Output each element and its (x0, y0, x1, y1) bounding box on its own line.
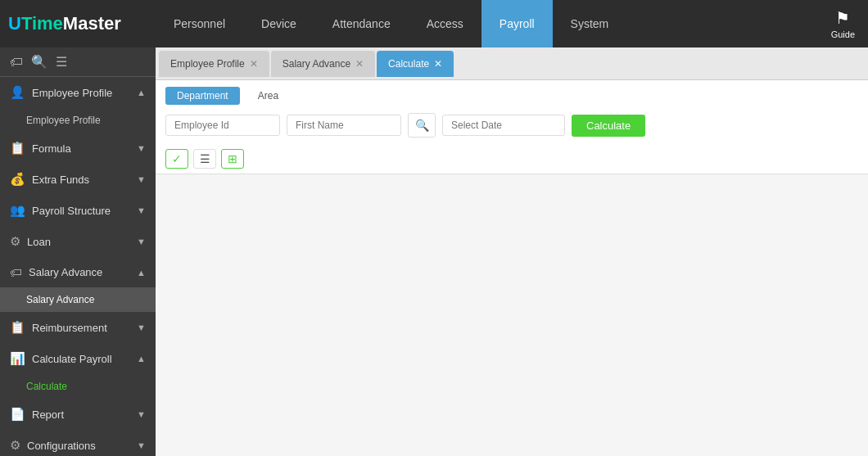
report-icon: 📄 (10, 407, 25, 422)
tag-icon[interactable]: 🏷 (10, 55, 23, 70)
tab-employee-profile-label: Employee Profile (170, 58, 245, 70)
sidebar-label-salary-advance: Salary Advance (29, 266, 102, 278)
configurations-chevron: ▼ (137, 440, 146, 450)
sidebar-header-configurations[interactable]: ⚙ Configurations ▼ (0, 430, 156, 456)
sidebar-label-calculate-payroll: Calculate Payroll (32, 353, 112, 365)
content-area: Employee Profile ✕ Salary Advance ✕ Calc… (156, 47, 868, 456)
nav-device[interactable]: Device (243, 0, 314, 47)
reimbursement-icon: 📋 (10, 320, 25, 335)
sidebar-header-payroll-structure[interactable]: 👥 Payroll Structure ▼ (0, 195, 156, 226)
tab-employee-profile[interactable]: Employee Profile ✕ (159, 51, 269, 77)
sidebar-label-extra-funds: Extra Funds (32, 174, 89, 186)
nav-access[interactable]: Access (409, 0, 481, 47)
sidebar-subitem-calculate[interactable]: Calculate (0, 374, 156, 399)
sidebar-label-employee-profile: Employee Profile (32, 87, 112, 99)
formula-chevron: ▼ (137, 143, 146, 153)
report-chevron: ▼ (137, 409, 146, 419)
date-input[interactable] (442, 115, 565, 136)
formula-icon: 📋 (10, 141, 25, 156)
tab-calculate-close[interactable]: ✕ (434, 59, 442, 69)
nav-attendance[interactable]: Attendance (314, 0, 409, 47)
search-icon: 🔍 (415, 119, 429, 132)
sidebar-top-icons: 🏷 🔍 ☰ (0, 47, 156, 77)
sidebar-section-calculate-payroll: 📊 Calculate Payroll ▲ Calculate (0, 343, 156, 399)
extra-funds-icon: 💰 (10, 172, 25, 187)
tab-calculate[interactable]: Calculate ✕ (377, 51, 454, 77)
sidebar-header-calculate-payroll[interactable]: 📊 Calculate Payroll ▲ (0, 343, 156, 374)
sidebar-header-report[interactable]: 📄 Report ▼ (0, 399, 156, 430)
main-layout: 🏷 🔍 ☰ 👤 Employee Profile ▲ Employee Prof… (0, 47, 868, 456)
calculate-payroll-icon: 📊 (10, 351, 25, 366)
calculate-payroll-chevron: ▲ (137, 354, 146, 363)
salary-advance-chevron: ▲ (137, 268, 146, 278)
search-button[interactable]: 🔍 (408, 113, 436, 138)
top-nav: UTime Master Personnel Device Attendance… (0, 0, 868, 47)
icons-row: ✓ ☰ ⊞ (156, 144, 868, 174)
logo: UTime Master (0, 13, 156, 34)
tree-icon-btn[interactable]: ⊞ (221, 149, 244, 169)
extra-funds-chevron: ▼ (137, 174, 146, 184)
employee-profile-chevron: ▲ (137, 88, 146, 97)
table-area (156, 174, 868, 456)
sidebar-section-reimbursement: 📋 Reimbursement ▼ (0, 312, 156, 343)
loan-chevron: ▼ (137, 237, 146, 246)
list-icon-btn[interactable]: ☰ (193, 149, 216, 169)
reimbursement-chevron: ▼ (137, 323, 146, 332)
sidebar-section-employee-profile: 👤 Employee Profile ▲ Employee Profile (0, 77, 156, 133)
logo-u: U (8, 13, 21, 34)
tab-bar: Employee Profile ✕ Salary Advance ✕ Calc… (156, 47, 868, 80)
payroll-structure-icon: 👥 (10, 203, 25, 218)
sidebar-header-employee-profile[interactable]: 👤 Employee Profile ▲ (0, 77, 156, 108)
loan-icon: ⚙ (10, 234, 20, 249)
sidebar-label-payroll-structure: Payroll Structure (32, 205, 111, 217)
configurations-icon: ⚙ (10, 438, 20, 453)
tab-salary-advance[interactable]: Salary Advance ✕ (271, 51, 375, 77)
sidebar-section-configurations: ⚙ Configurations ▼ (0, 430, 156, 456)
sidebar-label-reimbursement: Reimbursement (32, 322, 107, 334)
filter-area: Department Area 🔍 Calculate (156, 80, 868, 144)
sidebar-header-reimbursement[interactable]: 📋 Reimbursement ▼ (0, 312, 156, 343)
sidebar-header-loan[interactable]: ⚙ Loan ▼ (0, 226, 156, 257)
sidebar-label-report: Report (32, 409, 64, 421)
check-icon-btn[interactable]: ✓ (165, 149, 188, 169)
sidebar-label-formula: Formula (32, 142, 71, 155)
tab-calculate-label: Calculate (388, 58, 429, 70)
nav-payroll[interactable]: Payroll (481, 0, 553, 47)
sidebar-header-salary-advance[interactable]: 🏷 Salary Advance ▲ (0, 257, 156, 287)
sidebar-subitem-employee-profile[interactable]: Employee Profile (0, 108, 156, 133)
logo-time: Time (21, 13, 63, 34)
sidebar-subitem-salary-advance[interactable]: Salary Advance (0, 287, 156, 312)
logo-master: Master (63, 13, 121, 34)
guide-icon: ⚑ (835, 8, 850, 28)
tab-salary-advance-close[interactable]: ✕ (355, 59, 364, 69)
sidebar-section-loan: ⚙ Loan ▼ (0, 226, 156, 257)
search-icon[interactable]: 🔍 (31, 54, 47, 70)
sub-tabs: Department Area (165, 87, 858, 105)
sidebar-section-formula: 📋 Formula ▼ (0, 133, 156, 164)
guide-button[interactable]: ⚑ Guide (818, 8, 868, 39)
sidebar-section-extra-funds: 💰 Extra Funds ▼ (0, 164, 156, 195)
nav-items: Personnel Device Attendance Access Payro… (156, 0, 818, 47)
tab-employee-profile-close[interactable]: ✕ (250, 59, 258, 69)
sidebar-header-extra-funds[interactable]: 💰 Extra Funds ▼ (0, 164, 156, 195)
employee-profile-icon: 👤 (10, 85, 25, 100)
sidebar-section-salary-advance: 🏷 Salary Advance ▲ Salary Advance (0, 257, 156, 312)
sidebar-section-report: 📄 Report ▼ (0, 399, 156, 430)
filter-row: 🔍 Calculate (165, 113, 858, 138)
payroll-structure-chevron: ▼ (137, 205, 146, 215)
employee-id-input[interactable] (165, 115, 280, 136)
sidebar: 🏷 🔍 ☰ 👤 Employee Profile ▲ Employee Prof… (0, 47, 156, 456)
menu-icon[interactable]: ☰ (56, 54, 67, 70)
nav-system[interactable]: System (553, 0, 627, 47)
tab-salary-advance-label: Salary Advance (283, 58, 350, 70)
sidebar-section-payroll-structure: 👥 Payroll Structure ▼ (0, 195, 156, 226)
first-name-input[interactable] (287, 115, 401, 136)
guide-label: Guide (831, 29, 855, 39)
nav-personnel[interactable]: Personnel (156, 0, 243, 47)
sidebar-header-formula[interactable]: 📋 Formula ▼ (0, 133, 156, 164)
sub-tab-department[interactable]: Department (165, 87, 240, 105)
sub-tab-area[interactable]: Area (246, 87, 290, 105)
salary-advance-icon: 🏷 (10, 265, 22, 279)
sidebar-label-loan: Loan (27, 236, 51, 248)
calculate-button[interactable]: Calculate (572, 115, 645, 137)
